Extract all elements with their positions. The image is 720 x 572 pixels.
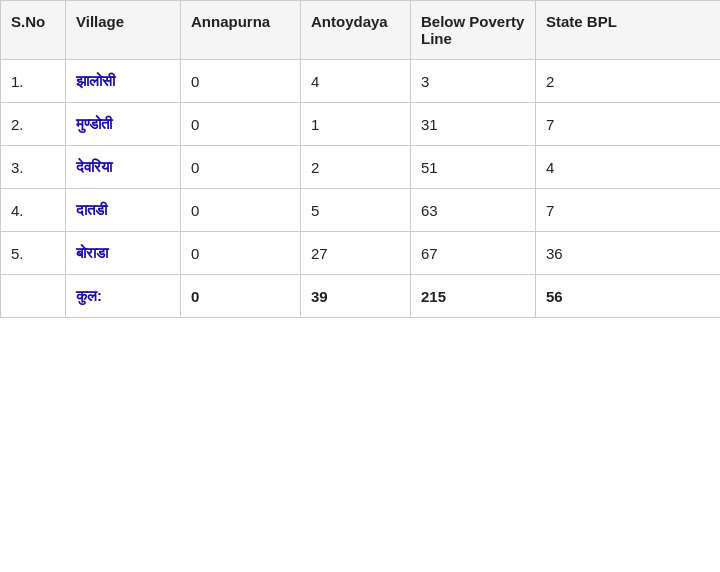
cell-state-bpl: 7 [536, 189, 721, 232]
total-state-bpl: 56 [536, 275, 721, 318]
cell-antoydaya: 5 [301, 189, 411, 232]
cell-annapurna: 0 [181, 189, 301, 232]
cell-sno: 5. [1, 232, 66, 275]
cell-antoydaya: 4 [301, 60, 411, 103]
table-row: 3.देवरिया02514 [1, 146, 721, 189]
col-header-bpl: Below Poverty Line [411, 1, 536, 60]
col-header-annapurna: Annapurna [181, 1, 301, 60]
cell-bpl: 31 [411, 103, 536, 146]
cell-state-bpl: 4 [536, 146, 721, 189]
village-link[interactable]: दातडी [76, 201, 107, 218]
cell-sno: 2. [1, 103, 66, 146]
cell-bpl: 67 [411, 232, 536, 275]
total-row: कुल:03921556 [1, 275, 721, 318]
table-row: 1.झालोसी0432 [1, 60, 721, 103]
col-header-sno: S.No [1, 1, 66, 60]
table-row: 4.दातडी05637 [1, 189, 721, 232]
data-table: S.No Village Annapurna Antoydaya Below P… [0, 0, 720, 318]
cell-annapurna: 0 [181, 60, 301, 103]
total-annapurna: 0 [181, 275, 301, 318]
total-antoydaya: 39 [301, 275, 411, 318]
cell-antoydaya: 1 [301, 103, 411, 146]
village-link[interactable]: देवरिया [76, 158, 112, 175]
col-header-village: Village [66, 1, 181, 60]
village-link[interactable]: झालोसी [76, 72, 115, 89]
total-empty-sno [1, 275, 66, 318]
cell-bpl: 51 [411, 146, 536, 189]
cell-state-bpl: 36 [536, 232, 721, 275]
village-link[interactable]: बोराडा [76, 244, 108, 261]
cell-village[interactable]: बोराडा [66, 232, 181, 275]
table-row: 2.मुण्डोती01317 [1, 103, 721, 146]
header-row: S.No Village Annapurna Antoydaya Below P… [1, 1, 721, 60]
cell-village[interactable]: मुण्डोती [66, 103, 181, 146]
village-link[interactable]: मुण्डोती [76, 115, 112, 132]
cell-sno: 1. [1, 60, 66, 103]
cell-annapurna: 0 [181, 232, 301, 275]
total-bpl: 215 [411, 275, 536, 318]
cell-sno: 3. [1, 146, 66, 189]
cell-annapurna: 0 [181, 103, 301, 146]
cell-bpl: 3 [411, 60, 536, 103]
table-wrapper: S.No Village Annapurna Antoydaya Below P… [0, 0, 720, 318]
cell-village[interactable]: देवरिया [66, 146, 181, 189]
cell-sno: 4. [1, 189, 66, 232]
cell-village[interactable]: झालोसी [66, 60, 181, 103]
cell-village[interactable]: दातडी [66, 189, 181, 232]
cell-state-bpl: 7 [536, 103, 721, 146]
total-label: कुल: [66, 275, 181, 318]
col-header-antoydaya: Antoydaya [301, 1, 411, 60]
cell-state-bpl: 2 [536, 60, 721, 103]
cell-antoydaya: 27 [301, 232, 411, 275]
table-row: 5.बोराडा0276736 [1, 232, 721, 275]
cell-antoydaya: 2 [301, 146, 411, 189]
col-header-state-bpl: State BPL [536, 1, 721, 60]
cell-annapurna: 0 [181, 146, 301, 189]
cell-bpl: 63 [411, 189, 536, 232]
